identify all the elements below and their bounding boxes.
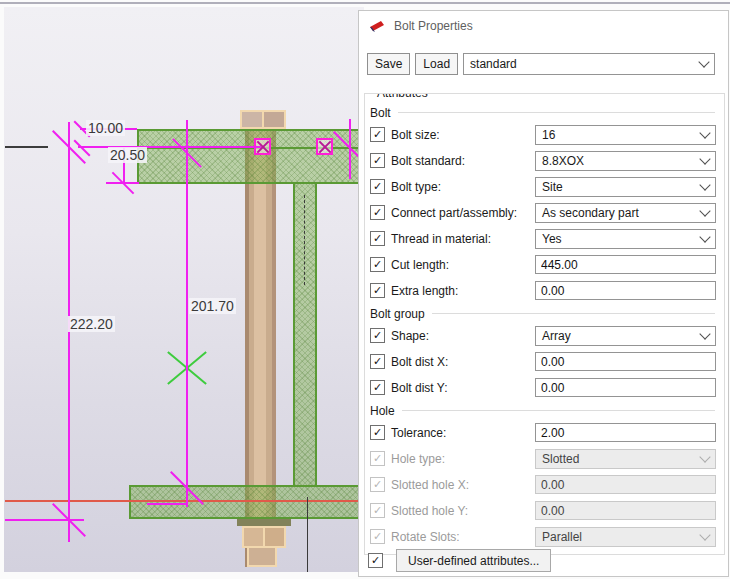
dimension-line [186,120,188,507]
dimension-label: 222.20 [68,316,115,332]
checkbox[interactable]: ✓ [370,380,385,395]
check-icon: ✓ [373,207,382,218]
slotted-hole-y-input [535,501,716,520]
section-title: Bolt group [370,307,425,321]
slotted-hole-x-input [535,475,716,494]
thread-in-material-select[interactable]: Yes [535,229,716,249]
save-button[interactable]: Save [367,53,410,75]
check-icon: ✓ [373,181,382,192]
dialog-titlebar[interactable]: Bolt Properties [359,11,728,41]
dialog-title: Bolt Properties [394,19,473,33]
reference-line-red [5,500,364,502]
bolt-washer[interactable] [237,519,291,526]
field-label: Rotate Slots: [391,530,460,544]
bolt-head[interactable] [240,110,286,129]
model-view[interactable]: 10.00 20.50 201.70 222.20 [4,7,364,572]
lower-centerline [307,497,308,572]
field-label: Bolt size: [391,128,440,142]
tolerance-row: ✓Tolerance: [370,423,716,442]
window-top-edge [0,2,730,4]
check-icon: ✓ [373,233,382,244]
tolerance-input[interactable] [535,423,716,442]
field-label: Bolt standard: [391,154,465,168]
preset-select[interactable]: standard [463,53,715,75]
hole-type-select: Slotted [535,449,716,469]
bolt-standard-row: ✓Bolt standard: 8.8XOX [370,151,716,170]
chevron-down-icon [699,205,710,216]
check-icon: ✓ [373,479,382,490]
load-button[interactable]: Load [415,53,458,75]
bolt-shank-tail[interactable] [247,548,277,567]
check-icon: ✓ [373,382,382,393]
extra-length-input[interactable] [535,281,716,300]
checkbox[interactable]: ✓ [370,231,385,246]
section-divider [398,112,715,113]
chevron-down-icon [698,56,709,67]
rotate-slots-row: ✓Rotate Slots: Parallel [370,527,716,546]
check-icon: ✓ [373,155,382,166]
bolt-size-select[interactable]: 16 [535,125,716,145]
cut-length-input[interactable] [535,255,716,274]
chevron-down-icon [699,153,710,164]
check-icon: ✓ [373,427,382,438]
checkbox[interactable]: ✓ [370,425,385,440]
checkbox[interactable]: ✓ [370,354,385,369]
connect-part-row: ✓Connect part/assembly: As secondary par… [370,203,716,222]
field-label: Cut length: [391,258,449,272]
checkbox: ✓ [370,451,385,466]
check-icon: ✓ [373,259,382,270]
section-divider [432,313,715,314]
field-value: 8.8XOX [542,154,584,168]
bolt-standard-select[interactable]: 8.8XOX [535,151,716,171]
section-title: Bolt [370,106,391,120]
field-value: As secondary part [542,206,639,220]
field-label: Bolt dist X: [391,355,448,369]
preset-value: standard [470,57,517,71]
field-value: Yes [542,232,562,246]
reference-line-black [5,146,48,148]
checkbox[interactable]: ✓ [370,257,385,272]
bolt-size-row: ✓Bolt size: 16 [370,125,716,144]
checkbox[interactable]: ✓ [370,127,385,142]
bolt-dist-x-input[interactable] [535,352,716,371]
checkbox[interactable]: ✓ [370,153,385,168]
bolt-nut[interactable] [242,526,286,548]
shape-select[interactable]: Array [535,326,716,346]
connect-part-select[interactable]: As secondary part [535,203,716,223]
user-defined-attributes-button[interactable]: User-defined attributes... [396,549,551,572]
extra-length-row: ✓Extra length: [370,281,716,300]
checkbox[interactable]: ✓ [370,283,385,298]
checkbox[interactable]: ✓ [370,179,385,194]
bolt-dist-y-row: ✓Bolt dist Y: [370,378,716,397]
hole-type-row: ✓Hole type: Slotted [370,449,716,468]
bolt-app-icon [369,19,385,33]
checkbox[interactable]: ✓ [370,328,385,343]
web-plate[interactable] [293,184,317,485]
check-icon: ✓ [373,453,382,464]
check-icon: ✓ [373,285,382,296]
dimension-extension-line [78,146,261,148]
chevron-down-icon [699,179,710,190]
attributes-groupbox: Attributes Bolt ✓Bolt size: 16 ✓Bolt sta… [364,93,725,555]
bolt-symbol-icon[interactable] [316,138,333,155]
check-icon: ✓ [373,129,382,140]
check-icon: ✓ [373,356,382,367]
checkbox: ✓ [370,529,385,544]
section-divider [402,410,715,411]
slotted-hole-x-row: ✓Slotted hole X: [370,475,716,494]
checkbox[interactable]: ✓ [368,553,383,568]
bolt-type-select[interactable]: Site [535,177,716,197]
field-label: Hole type: [391,452,445,466]
checkbox[interactable]: ✓ [370,205,385,220]
bolt-dist-y-input[interactable] [535,378,716,397]
field-value: Site [542,180,563,194]
chevron-down-icon [699,328,710,339]
dimension-extension-line [5,519,84,521]
bottom-flange-plate[interactable] [129,485,364,519]
check-icon: ✓ [373,330,382,341]
bolt-dist-x-row: ✓Bolt dist X: [370,352,716,371]
dimension-label: 10.00 [86,120,125,136]
check-icon: ✓ [373,531,382,542]
thread-in-material-row: ✓Thread in material: Yes [370,229,716,248]
field-label: Shape: [391,329,429,343]
